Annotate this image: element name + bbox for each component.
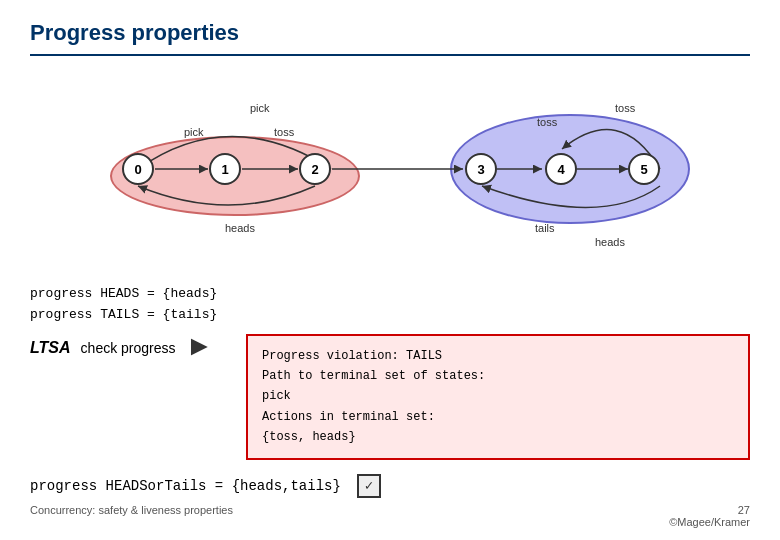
headsortails-section: progress HEADSorTails = {heads,tails} ✓ bbox=[30, 474, 750, 498]
heads-label2: heads bbox=[595, 236, 625, 248]
ltsa-section: LTSA check progress ► Progress violation… bbox=[30, 334, 750, 460]
ltsa-check-label: check progress bbox=[81, 340, 176, 356]
checkbox-icon: ✓ bbox=[357, 474, 381, 498]
ltsa-label: LTSA bbox=[30, 339, 71, 357]
progress-statements: progress HEADS = {heads} progress TAILS … bbox=[30, 284, 750, 326]
toss-label-mid: toss bbox=[274, 126, 294, 138]
violation-line5: {toss, heads} bbox=[262, 427, 734, 447]
tails-label: tails bbox=[535, 222, 555, 234]
violation-line1: Progress violation: TAILS bbox=[262, 346, 734, 366]
node-1: 1 bbox=[209, 153, 241, 185]
footer-credit: ©Magee/Kramer bbox=[669, 516, 750, 528]
pick-label: pick bbox=[184, 126, 204, 138]
heads-label: heads bbox=[225, 222, 255, 234]
slide: Progress properties pick toss pick toss … bbox=[0, 0, 780, 540]
node-0: 0 bbox=[122, 153, 154, 185]
violation-line2: Path to terminal set of states: bbox=[262, 366, 734, 386]
progress-heads: progress HEADS = {heads} bbox=[30, 284, 750, 305]
pick-arc-label: pick bbox=[250, 102, 270, 114]
diagram-area: pick toss pick toss toss bbox=[30, 74, 750, 274]
footer-page: 27 bbox=[738, 504, 750, 516]
node-2: 2 bbox=[299, 153, 331, 185]
page-title: Progress properties bbox=[30, 20, 750, 46]
toss-arc-label-top: toss bbox=[615, 102, 635, 114]
violation-box: Progress violation: TAILS Path to termin… bbox=[246, 334, 750, 460]
footer-left: Concurrency: safety & liveness propertie… bbox=[30, 504, 233, 528]
title-divider bbox=[30, 54, 750, 56]
toss-label2: toss bbox=[537, 116, 557, 128]
headsortails-text: progress HEADSorTails = {heads,tails} bbox=[30, 478, 341, 494]
violation-line3: pick bbox=[262, 386, 734, 406]
node-3: 3 bbox=[465, 153, 497, 185]
progress-tails: progress TAILS = {tails} bbox=[30, 305, 750, 326]
violation-line4: Actions in terminal set: bbox=[262, 407, 734, 427]
footer-right: 27 ©Magee/Kramer bbox=[669, 504, 750, 528]
node-5: 5 bbox=[628, 153, 660, 185]
node-4: 4 bbox=[545, 153, 577, 185]
ltsa-arrow-icon: ► bbox=[186, 330, 214, 362]
ltsa-left: LTSA check progress ► bbox=[30, 334, 230, 362]
footer: Concurrency: safety & liveness propertie… bbox=[0, 504, 780, 528]
